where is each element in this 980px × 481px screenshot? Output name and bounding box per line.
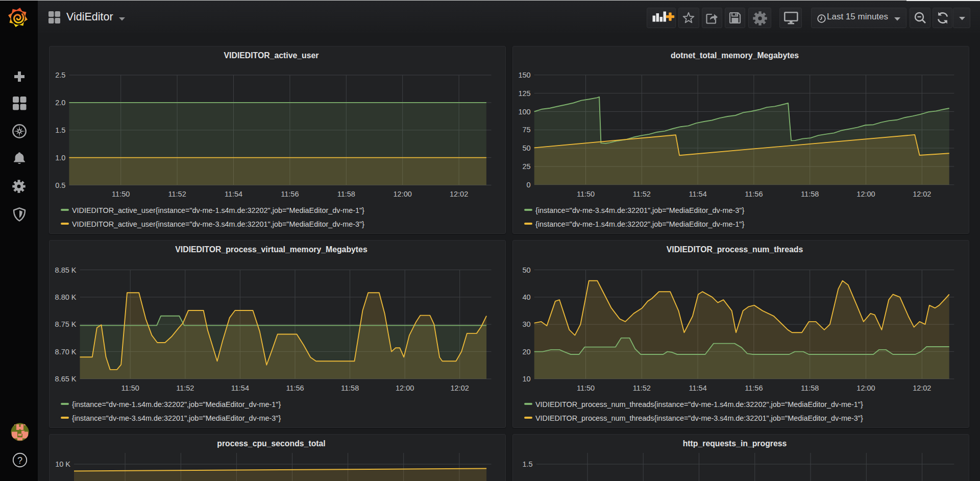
svg-text:11:56: 11:56 — [745, 384, 763, 392]
svg-text:30: 30 — [523, 320, 531, 328]
svg-text:11:50: 11:50 — [577, 384, 595, 392]
svg-text:10: 10 — [523, 375, 531, 383]
svg-text:11:54: 11:54 — [689, 384, 706, 392]
svg-text:11:54: 11:54 — [689, 190, 706, 198]
svg-text:12:02: 12:02 — [451, 384, 469, 392]
svg-text:50: 50 — [523, 266, 531, 274]
svg-text:50: 50 — [523, 144, 531, 152]
svg-text:12:00: 12:00 — [856, 384, 875, 392]
svg-text:8.80 K: 8.80 K — [55, 293, 77, 301]
svg-text:100: 100 — [518, 108, 530, 116]
svg-text:1.5: 1.5 — [523, 460, 533, 468]
svg-text:12:00: 12:00 — [856, 190, 875, 198]
svg-text:2.5: 2.5 — [55, 71, 65, 79]
svg-text:?: ? — [17, 455, 22, 466]
svg-text:75: 75 — [523, 126, 531, 134]
svg-text:8.65 K: 8.65 K — [55, 375, 77, 383]
svg-text:11:50: 11:50 — [577, 190, 595, 198]
svg-text:12:02: 12:02 — [913, 384, 931, 392]
svg-text:12:02: 12:02 — [450, 190, 468, 198]
svg-text:11:56: 11:56 — [281, 190, 299, 198]
svg-text:1.5: 1.5 — [55, 126, 65, 134]
svg-text:2.0: 2.0 — [55, 99, 65, 107]
svg-text:8.85 K: 8.85 K — [55, 266, 77, 274]
svg-text:8.75 K: 8.75 K — [55, 320, 77, 328]
svg-text:11:58: 11:58 — [801, 190, 819, 198]
svg-text:11:56: 11:56 — [286, 384, 304, 392]
svg-text:11:58: 11:58 — [801, 384, 819, 392]
svg-text:11:52: 11:52 — [168, 190, 186, 198]
svg-text:10 K: 10 K — [55, 460, 70, 468]
svg-text:11:52: 11:52 — [633, 384, 651, 392]
svg-text:12:00: 12:00 — [394, 190, 412, 198]
svg-text:12:00: 12:00 — [396, 384, 414, 392]
svg-text:11:50: 11:50 — [121, 384, 139, 392]
svg-text:40: 40 — [523, 293, 531, 301]
svg-text:11:54: 11:54 — [231, 384, 249, 392]
svg-text:11:58: 11:58 — [341, 384, 359, 392]
svg-text:1.0: 1.0 — [55, 154, 65, 162]
svg-text:20: 20 — [523, 348, 531, 356]
svg-text:8.70 K: 8.70 K — [55, 348, 77, 356]
svg-text:25: 25 — [523, 162, 531, 171]
svg-text:125: 125 — [518, 89, 530, 98]
svg-text:11:54: 11:54 — [225, 190, 242, 198]
svg-text:11:56: 11:56 — [745, 190, 763, 198]
svg-text:11:58: 11:58 — [337, 190, 355, 198]
svg-text:11:52: 11:52 — [176, 384, 194, 392]
svg-text:11:50: 11:50 — [112, 190, 130, 198]
svg-text:11:52: 11:52 — [633, 190, 651, 198]
svg-text:0: 0 — [527, 181, 531, 189]
svg-text:150: 150 — [518, 71, 530, 79]
svg-text:0.5: 0.5 — [55, 181, 65, 189]
svg-text:12:02: 12:02 — [913, 190, 931, 198]
